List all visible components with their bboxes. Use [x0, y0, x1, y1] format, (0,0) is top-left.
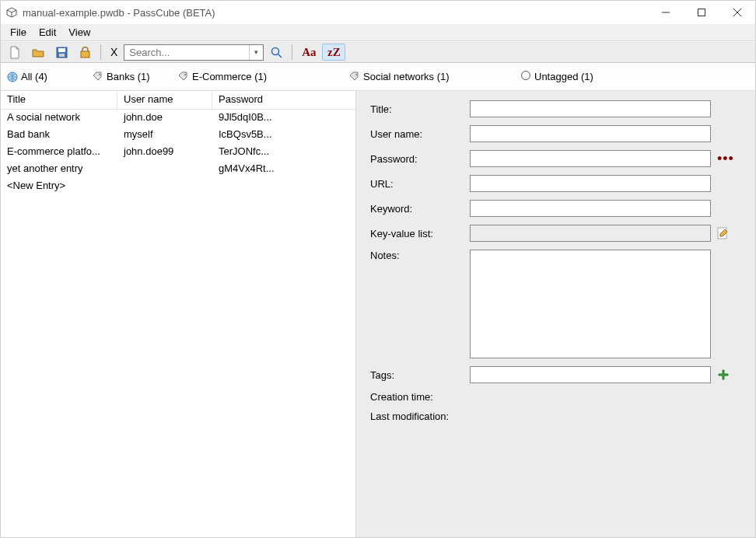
cell-user: john.doe99 — [117, 144, 212, 161]
list-header: Title User name Password — [1, 91, 355, 110]
minimize-button[interactable] — [648, 1, 684, 24]
cell-user: myself — [117, 127, 212, 144]
toolbar: X ▾ Aa zZ — [1, 41, 755, 63]
label-keyword: Keyword: — [370, 203, 464, 215]
input-tags[interactable] — [470, 366, 711, 383]
svg-point-8 — [271, 47, 278, 54]
new-entry-row[interactable]: <New Entry> — [1, 178, 355, 195]
filter-social[interactable]: Social networks (1) — [346, 69, 517, 84]
table-row[interactable]: A social network john.doe 9Jl5dqI0B... — [1, 110, 355, 127]
cell-pass: IcBQsv5B... — [212, 127, 355, 144]
search-icon[interactable] — [265, 44, 287, 61]
filter-label: Social networks (1) — [363, 71, 450, 82]
svg-line-9 — [278, 54, 282, 58]
input-password[interactable] — [470, 150, 711, 167]
label-username: User name: — [370, 128, 464, 140]
menu-edit[interactable]: Edit — [33, 25, 62, 40]
globe-icon — [7, 72, 18, 82]
filter-banks[interactable]: Banks (1) — [89, 69, 175, 84]
list-body[interactable]: A social network john.doe 9Jl5dqI0B... B… — [1, 110, 355, 537]
entry-list-pane: Title User name Password A social networ… — [1, 91, 356, 537]
clear-search-button[interactable]: X — [106, 46, 122, 58]
save-file-icon[interactable] — [51, 44, 72, 61]
label-url: URL: — [370, 178, 464, 190]
input-username[interactable] — [470, 125, 711, 142]
cell-user — [117, 161, 212, 178]
input-url[interactable] — [470, 175, 711, 192]
label-tags: Tags: — [370, 369, 464, 381]
input-title[interactable] — [470, 100, 711, 117]
input-keyword[interactable] — [470, 200, 711, 217]
case-sensitive-toggle[interactable]: Aa — [297, 44, 320, 61]
label-last-modification: Last modification: — [370, 410, 464, 422]
reveal-password-icon[interactable]: ••• — [717, 155, 734, 162]
sort-toggle[interactable]: zZ — [322, 44, 345, 61]
cell-title: <New Entry> — [1, 178, 117, 195]
close-button[interactable] — [719, 1, 755, 24]
toolbar-separator — [100, 44, 101, 60]
cell-pass: gM4Vx4Rt... — [212, 161, 355, 178]
window-title: manual-example.pwdb - PassCube (BETA) — [23, 7, 215, 19]
work-area: Title User name Password A social networ… — [1, 91, 755, 537]
open-file-icon[interactable] — [27, 44, 49, 61]
column-title[interactable]: Title — [1, 91, 117, 109]
cell-title: Bad bank — [1, 127, 117, 144]
svg-point-11 — [99, 74, 100, 75]
cell-pass: TerJONfc... — [212, 144, 355, 161]
svg-rect-7 — [81, 51, 89, 58]
cell-pass — [212, 178, 355, 195]
filter-label: Untagged (1) — [534, 71, 593, 82]
cell-user — [117, 178, 212, 195]
svg-point-14 — [522, 72, 530, 80]
cell-user: john.doe — [117, 110, 212, 127]
cell-title: E-commerce platfo... — [1, 144, 117, 161]
search-input[interactable] — [128, 46, 260, 59]
add-tag-icon[interactable] — [717, 369, 730, 381]
filter-bar: All (4) Banks (1) E-Commerce (1) Social … — [1, 63, 755, 91]
filter-untagged[interactable]: Untagged (1) — [517, 68, 611, 85]
app-icon — [5, 6, 18, 19]
label-kv-list: Key-value list: — [370, 228, 464, 239]
column-user[interactable]: User name — [117, 91, 212, 109]
menu-file[interactable]: File — [4, 25, 33, 40]
filter-label: Banks (1) — [107, 71, 150, 82]
toolbar-separator — [292, 44, 292, 60]
filter-label: E-Commerce (1) — [192, 71, 267, 82]
table-row[interactable]: yet another entry gM4Vx4Rt... — [1, 161, 355, 178]
filter-label: All (4) — [21, 71, 47, 82]
label-title: Title: — [370, 103, 464, 115]
edit-icon[interactable] — [717, 227, 730, 239]
column-password[interactable]: Password — [212, 91, 355, 109]
tag-icon — [349, 72, 360, 82]
svg-point-12 — [184, 74, 186, 75]
textarea-notes[interactable] — [470, 250, 711, 358]
tag-icon — [178, 72, 189, 82]
table-row[interactable]: Bad bank myself IcBQsv5B... — [1, 127, 355, 144]
svg-rect-1 — [698, 9, 705, 16]
svg-rect-5 — [58, 48, 65, 52]
filter-all[interactable]: All (4) — [4, 69, 89, 84]
menu-view[interactable]: View — [62, 25, 96, 40]
chevron-down-icon[interactable]: ▾ — [249, 45, 263, 60]
tag-icon — [93, 72, 103, 82]
detail-pane: Title: User name: Password: ••• URL: Key… — [356, 91, 755, 537]
window-titlebar: manual-example.pwdb - PassCube (BETA) — [1, 1, 755, 24]
cell-title: yet another entry — [1, 161, 117, 178]
label-password: Password: — [370, 153, 464, 165]
label-creation-time: Creation time: — [370, 391, 464, 403]
new-file-icon[interactable] — [4, 44, 26, 61]
filter-ecommerce[interactable]: E-Commerce (1) — [175, 69, 346, 84]
lock-icon[interactable] — [74, 44, 96, 61]
circle-icon — [520, 70, 531, 83]
cell-pass: 9Jl5dqI0B... — [212, 110, 355, 127]
table-row[interactable]: E-commerce platfo... john.doe99 TerJONfc… — [1, 144, 355, 161]
search-combo[interactable]: ▾ — [124, 44, 264, 61]
svg-point-13 — [355, 74, 357, 75]
cell-title: A social network — [1, 110, 117, 127]
svg-rect-6 — [59, 54, 65, 57]
menu-bar: File Edit View — [1, 24, 755, 41]
label-notes: Notes: — [370, 250, 464, 261]
input-kv-list[interactable] — [470, 225, 711, 242]
maximize-button[interactable] — [684, 1, 719, 24]
